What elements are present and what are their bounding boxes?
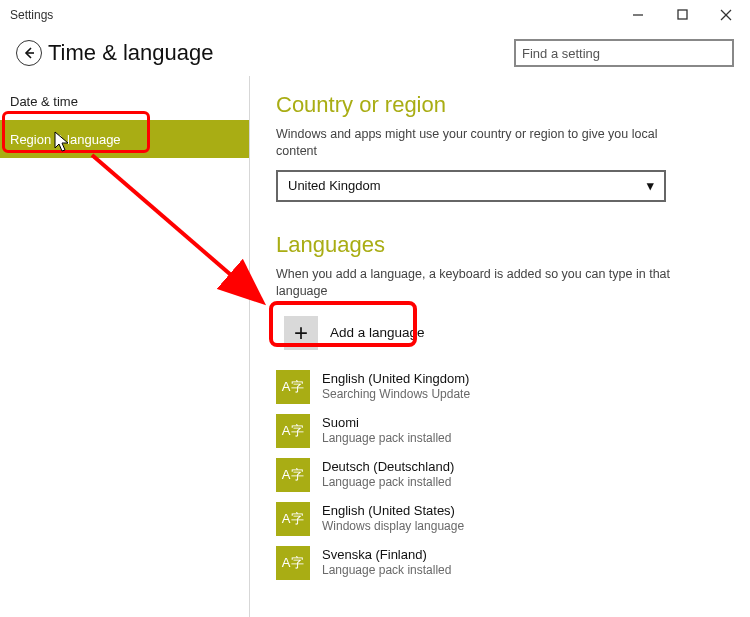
- maximize-button[interactable]: [660, 0, 704, 30]
- language-item[interactable]: A字 Svenska (Finland) Language pack insta…: [276, 546, 724, 580]
- language-status: Language pack installed: [322, 563, 451, 578]
- language-item[interactable]: A字 English (United Kingdom) Searching Wi…: [276, 370, 724, 404]
- language-tile-icon: A字: [276, 502, 310, 536]
- country-dropdown[interactable]: United Kingdom ▾: [276, 170, 666, 202]
- language-status: Searching Windows Update: [322, 387, 470, 402]
- country-description: Windows and apps might use your country …: [276, 126, 676, 160]
- languages-description: When you add a language, a keyboard is a…: [276, 266, 676, 300]
- add-language-label: Add a language: [330, 325, 425, 340]
- language-name: Suomi: [322, 415, 451, 431]
- sidebar-item-label: Date & time: [10, 94, 78, 109]
- language-status: Windows display language: [322, 519, 464, 534]
- sidebar-item-region-language[interactable]: Region & language: [0, 120, 249, 158]
- add-language-button[interactable]: + Add a language: [276, 310, 656, 356]
- languages-heading: Languages: [276, 232, 724, 258]
- sidebar-item-label: Region & language: [10, 132, 121, 147]
- language-name: English (United Kingdom): [322, 371, 470, 387]
- language-tile-icon: A字: [276, 458, 310, 492]
- language-name: Deutsch (Deutschland): [322, 459, 454, 475]
- language-tile-icon: A字: [276, 414, 310, 448]
- page-title: Time & language: [48, 40, 514, 66]
- search-placeholder: Find a setting: [522, 46, 600, 61]
- chevron-down-icon: ▾: [647, 178, 654, 193]
- country-heading: Country or region: [276, 92, 724, 118]
- page-header: Time & language Find a setting: [0, 30, 750, 76]
- search-input[interactable]: Find a setting: [514, 39, 734, 67]
- sidebar-item-date-time[interactable]: Date & time: [0, 82, 249, 120]
- close-button[interactable]: [704, 0, 748, 30]
- language-item[interactable]: A字 Suomi Language pack installed: [276, 414, 724, 448]
- language-status: Language pack installed: [322, 475, 454, 490]
- minimize-button[interactable]: [616, 0, 660, 30]
- language-name: English (United States): [322, 503, 464, 519]
- sidebar: Date & time Region & language: [0, 76, 250, 617]
- window-title: Settings: [10, 8, 616, 22]
- language-tile-icon: A字: [276, 546, 310, 580]
- svg-rect-1: [678, 10, 687, 19]
- back-button[interactable]: [16, 40, 42, 66]
- titlebar: Settings: [0, 0, 750, 30]
- language-status: Language pack installed: [322, 431, 451, 446]
- plus-icon: +: [284, 316, 318, 350]
- language-list: A字 English (United Kingdom) Searching Wi…: [276, 370, 724, 580]
- content-pane: Country or region Windows and apps might…: [250, 76, 750, 617]
- country-dropdown-value: United Kingdom: [288, 178, 381, 193]
- language-tile-icon: A字: [276, 370, 310, 404]
- language-item[interactable]: A字 Deutsch (Deutschland) Language pack i…: [276, 458, 724, 492]
- language-item[interactable]: A字 English (United States) Windows displ…: [276, 502, 724, 536]
- language-name: Svenska (Finland): [322, 547, 451, 563]
